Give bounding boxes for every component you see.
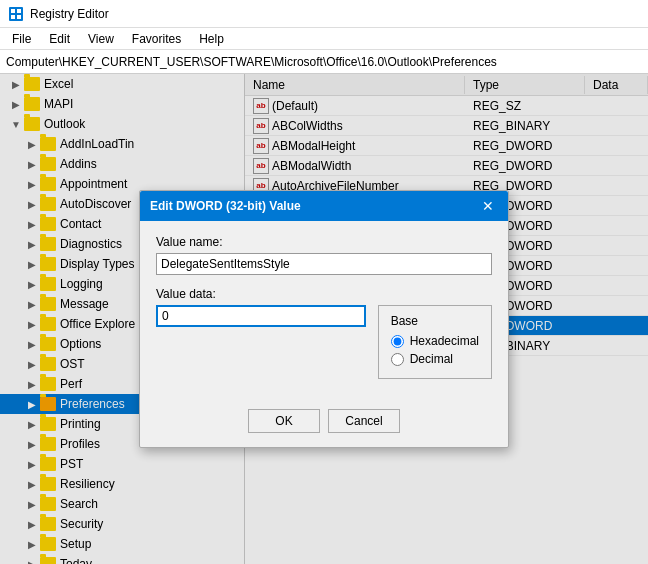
menu-favorites[interactable]: Favorites [124,30,189,48]
radio-hexadecimal[interactable]: Hexadecimal [391,334,479,348]
radio-dec-label: Decimal [410,352,453,366]
svg-rect-4 [17,15,21,19]
svg-rect-1 [11,9,15,13]
app-title: Registry Editor [30,7,109,21]
menu-bar: File Edit View Favorites Help [0,28,648,50]
ok-button[interactable]: OK [248,409,320,433]
svg-rect-3 [11,15,15,19]
data-row: Base Hexadecimal Decimal [156,305,492,379]
base-group-label: Base [391,314,479,328]
menu-view[interactable]: View [80,30,122,48]
title-bar: Registry Editor [0,0,648,28]
value-data-input[interactable] [156,305,366,327]
radio-dec-input[interactable] [391,353,404,366]
value-data-label: Value data: [156,287,492,301]
app-icon [8,6,24,22]
dialog-buttons: OK Cancel [140,409,508,447]
dialog-title: Edit DWORD (32-bit) Value [150,199,301,213]
value-name-input[interactable] [156,253,492,275]
address-bar: Computer\HKEY_CURRENT_USER\SOFTWARE\Micr… [0,50,648,74]
menu-file[interactable]: File [4,30,39,48]
dialog-close-button[interactable]: ✕ [478,196,498,216]
dialog-body: Value name: Value data: Base Hexadecimal… [140,221,508,409]
radio-decimal[interactable]: Decimal [391,352,479,366]
dialog-titlebar: Edit DWORD (32-bit) Value ✕ [140,191,508,221]
radio-hex-input[interactable] [391,335,404,348]
value-name-label: Value name: [156,235,492,249]
cancel-button[interactable]: Cancel [328,409,400,433]
radio-hex-label: Hexadecimal [410,334,479,348]
svg-rect-2 [17,9,21,13]
base-group: Base Hexadecimal Decimal [378,305,492,379]
address-path: Computer\HKEY_CURRENT_USER\SOFTWARE\Micr… [6,55,497,69]
menu-edit[interactable]: Edit [41,30,78,48]
edit-dword-dialog: Edit DWORD (32-bit) Value ✕ Value name: … [139,190,509,448]
dialog-overlay: Edit DWORD (32-bit) Value ✕ Value name: … [0,74,648,564]
menu-help[interactable]: Help [191,30,232,48]
